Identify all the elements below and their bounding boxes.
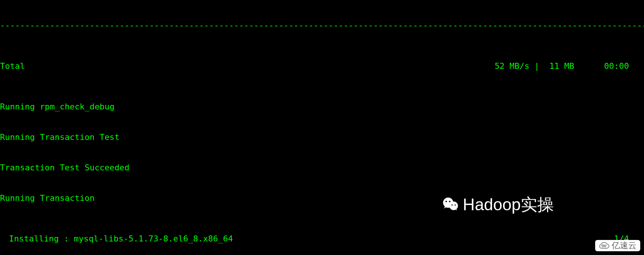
status-line: Running Transaction Test — [0, 132, 644, 142]
wechat-icon — [441, 195, 460, 214]
install-step: Installing : mysql-libs-5.1.73-8.el6_8.x… — [0, 234, 644, 244]
watermark: 亿速云 — [595, 240, 640, 251]
svg-point-5 — [455, 204, 456, 205]
total-stats: 52 MB/s | 11 MB 00:00 — [494, 61, 644, 71]
svg-point-2 — [445, 201, 447, 202]
svg-point-3 — [449, 201, 450, 202]
status-line: Running rpm_check_debug — [0, 102, 644, 112]
separator-line: ----------------------------------------… — [0, 20, 644, 30]
total-label: Total — [0, 61, 25, 71]
cloud-icon — [597, 241, 610, 250]
svg-point-7 — [604, 245, 606, 247]
total-row: Total 52 MB/s | 11 MB 00:00 — [0, 61, 644, 71]
brand-overlay: Hadoop实操 — [441, 195, 554, 214]
watermark-text: 亿速云 — [612, 241, 636, 250]
terminal-output[interactable]: ----------------------------------------… — [0, 0, 644, 255]
svg-point-6 — [602, 245, 604, 247]
svg-point-4 — [451, 204, 452, 205]
status-line: Transaction Test Succeeded — [0, 162, 644, 173]
brand-text: Hadoop实操 — [463, 199, 554, 209]
svg-point-1 — [449, 202, 458, 210]
